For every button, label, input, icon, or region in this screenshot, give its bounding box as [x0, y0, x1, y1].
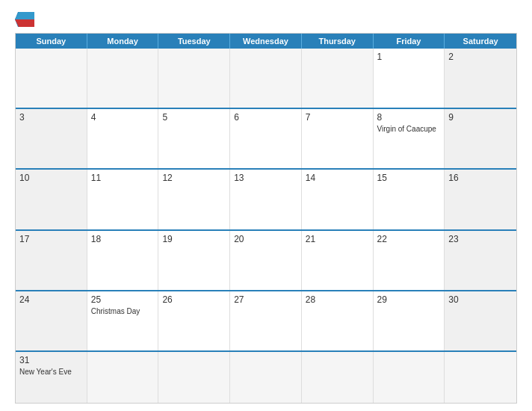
day-number: 25 — [91, 294, 155, 305]
weekday-header-row: SundayMondayTuesdayWednesdayThursdayFrid… — [16, 34, 516, 49]
cal-cell: 25Christmas Day — [87, 291, 159, 350]
cal-cell — [87, 352, 159, 403]
day-number: 19 — [162, 234, 226, 244]
week-row-5: 31New Year's Eve — [16, 350, 516, 403]
cal-cell: 24 — [16, 291, 87, 350]
day-number: 1 — [377, 52, 441, 62]
event-label: Christmas Day — [91, 306, 155, 316]
day-number: 26 — [162, 294, 226, 305]
cal-cell: 13 — [230, 170, 302, 229]
day-number: 29 — [377, 294, 441, 305]
day-number: 4 — [91, 112, 155, 123]
event-label: Virgin of Caacupe — [377, 124, 441, 134]
calendar-body: 12345678Virgin of Caacupe910111213141516… — [16, 49, 516, 403]
day-number: 24 — [19, 294, 83, 305]
day-number: 8 — [377, 112, 441, 123]
cal-cell: 19 — [158, 231, 230, 290]
cal-cell: 4 — [87, 109, 159, 168]
cal-cell: 1 — [374, 49, 445, 108]
day-number: 9 — [448, 112, 513, 123]
weekday-header-tuesday: Tuesday — [158, 34, 230, 49]
week-row-4: 2425Christmas Day2627282930 — [16, 290, 516, 350]
day-number: 22 — [377, 234, 441, 244]
week-row-2: 10111213141516 — [16, 168, 516, 229]
cal-cell — [302, 352, 374, 403]
cal-cell: 3 — [16, 109, 87, 168]
cal-cell: 21 — [302, 231, 374, 290]
logo-icon — [15, 12, 34, 27]
calendar-page: SundayMondayTuesdayWednesdayThursdayFrid… — [0, 0, 532, 411]
calendar-grid: SundayMondayTuesdayWednesdayThursdayFrid… — [15, 33, 517, 404]
event-label: New Year's Eve — [19, 367, 83, 377]
cal-cell: 22 — [374, 231, 445, 290]
cal-cell — [158, 352, 230, 403]
cal-cell: 18 — [87, 231, 159, 290]
weekday-header-wednesday: Wednesday — [230, 34, 302, 49]
cal-cell: 17 — [16, 231, 87, 290]
cal-cell: 10 — [16, 170, 87, 229]
header — [15, 12, 517, 27]
cal-cell: 9 — [445, 109, 516, 168]
cal-cell — [158, 49, 230, 108]
week-row-3: 17181920212223 — [16, 229, 516, 290]
cal-cell: 20 — [230, 231, 302, 290]
cal-cell: 27 — [230, 291, 302, 350]
cal-cell: 16 — [445, 170, 516, 229]
weekday-header-thursday: Thursday — [302, 34, 374, 49]
cal-cell — [230, 352, 302, 403]
day-number: 30 — [448, 294, 513, 305]
day-number: 31 — [19, 355, 83, 365]
week-row-0: 12 — [16, 49, 516, 108]
day-number: 17 — [19, 234, 83, 244]
day-number: 13 — [234, 173, 297, 183]
cal-cell — [302, 49, 374, 108]
weekday-header-monday: Monday — [87, 34, 159, 49]
day-number: 28 — [306, 294, 369, 305]
day-number: 11 — [91, 173, 155, 183]
cal-cell: 6 — [230, 109, 302, 168]
day-number: 23 — [448, 234, 513, 244]
cal-cell: 12 — [158, 170, 230, 229]
logo — [15, 12, 34, 27]
day-number: 14 — [306, 173, 369, 183]
cal-cell: 30 — [445, 291, 516, 350]
cal-cell — [87, 49, 159, 108]
day-number: 7 — [306, 112, 369, 123]
day-number: 16 — [448, 173, 513, 183]
cal-cell — [230, 49, 302, 108]
cal-cell: 14 — [302, 170, 374, 229]
cal-cell: 23 — [445, 231, 516, 290]
cal-cell: 28 — [302, 291, 374, 350]
cal-cell: 31New Year's Eve — [16, 352, 87, 403]
cal-cell: 26 — [158, 291, 230, 350]
day-number: 18 — [91, 234, 155, 244]
cal-cell: 15 — [374, 170, 445, 229]
day-number: 27 — [234, 294, 297, 305]
day-number: 21 — [306, 234, 369, 244]
cal-cell — [374, 352, 445, 403]
cal-cell: 7 — [302, 109, 374, 168]
weekday-header-sunday: Sunday — [16, 34, 87, 49]
cal-cell: 11 — [87, 170, 159, 229]
day-number: 2 — [448, 52, 513, 62]
week-row-1: 345678Virgin of Caacupe9 — [16, 108, 516, 168]
day-number: 10 — [19, 173, 83, 183]
cal-cell — [16, 49, 87, 108]
day-number: 15 — [377, 173, 441, 183]
day-number: 3 — [19, 112, 83, 123]
weekday-header-saturday: Saturday — [445, 34, 516, 49]
weekday-header-friday: Friday — [374, 34, 445, 49]
day-number: 6 — [234, 112, 297, 123]
cal-cell: 29 — [374, 291, 445, 350]
cal-cell: 2 — [445, 49, 516, 108]
cal-cell: 5 — [158, 109, 230, 168]
cal-cell — [445, 352, 516, 403]
day-number: 12 — [162, 173, 226, 183]
cal-cell: 8Virgin of Caacupe — [374, 109, 445, 168]
day-number: 5 — [162, 112, 226, 123]
day-number: 20 — [234, 234, 297, 244]
